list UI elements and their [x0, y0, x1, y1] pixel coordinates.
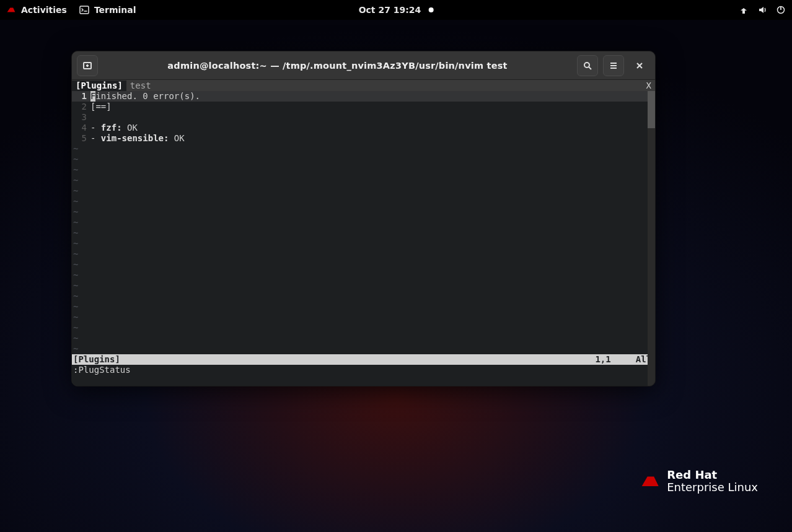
- app-name-label: Terminal: [94, 5, 136, 15]
- network-icon[interactable]: [739, 5, 749, 15]
- terminal-scrollbar-track[interactable]: [648, 91, 655, 386]
- empty-line: ~: [72, 291, 655, 302]
- gnome-top-bar: Activities Terminal Oct 27 19:24: [0, 0, 792, 20]
- buffer-line: 3: [72, 112, 655, 123]
- buffer-line: 4- fzf: OK: [72, 123, 655, 133]
- nvim-tabline: [Plugins] test X: [72, 80, 655, 91]
- redhat-icon: [6, 6, 16, 14]
- clock-area[interactable]: Oct 27 19:24: [359, 5, 434, 15]
- plugin-status: OK: [122, 123, 138, 133]
- terminal-window: admin@localhost:~ — /tmp/.mount_nvim3Az3…: [71, 51, 656, 386]
- plugin-name: vim-sensible:: [101, 133, 169, 143]
- empty-line: ~: [72, 175, 655, 186]
- activities-button[interactable]: Activities: [6, 5, 67, 15]
- line-content: Finished. 0 error(s).: [90, 91, 200, 102]
- window-titlebar[interactable]: admin@localhost:~ — /tmp/.mount_nvim3Az3…: [72, 51, 655, 80]
- statusline-file: [Plugins]: [73, 354, 120, 365]
- empty-line: ~: [72, 259, 655, 270]
- empty-line: ~: [72, 249, 655, 259]
- redhat-watermark: Red Hat Enterprise Linux: [641, 469, 758, 494]
- watermark-line2: Enterprise Linux: [667, 481, 758, 494]
- plugin-name: fzf:: [101, 123, 122, 133]
- empty-line: ~: [72, 207, 655, 217]
- line-content: - vim-sensible: OK: [90, 133, 185, 144]
- volume-icon[interactable]: [757, 5, 767, 15]
- line-number: 3: [72, 112, 90, 123]
- svg-rect-0: [80, 6, 89, 14]
- tab-test[interactable]: test: [126, 81, 155, 91]
- empty-line: ~: [72, 323, 655, 333]
- search-button[interactable]: [577, 55, 598, 76]
- notification-dot-icon: [428, 7, 433, 12]
- empty-line: ~: [72, 154, 655, 165]
- empty-line: ~: [72, 196, 655, 207]
- line-number: 5: [72, 133, 90, 144]
- nvim-buffer[interactable]: 1Finished. 0 error(s).2[==]34- fzf: OK5-…: [72, 91, 655, 354]
- empty-line: ~: [72, 144, 655, 154]
- line-content: [==]: [90, 102, 112, 112]
- empty-line: ~: [72, 238, 655, 249]
- svg-line-7: [589, 67, 591, 69]
- nvim-cmdline[interactable]: :PlugStatus: [72, 365, 655, 375]
- line-number: 2: [72, 102, 90, 112]
- empty-line: ~: [72, 165, 655, 175]
- empty-line: ~: [72, 228, 655, 238]
- line-content: - fzf: OK: [90, 123, 138, 133]
- text-cursor: F: [90, 91, 95, 102]
- clock-label: Oct 27 19:24: [359, 5, 421, 15]
- buffer-line: 2[==]: [72, 102, 655, 112]
- empty-line: ~: [72, 344, 655, 354]
- empty-line: ~: [72, 312, 655, 323]
- tab-close-x[interactable]: X: [643, 81, 655, 91]
- empty-line: ~: [72, 186, 655, 196]
- empty-line: ~: [72, 281, 655, 291]
- tab-plugins[interactable]: [Plugins]: [72, 81, 126, 91]
- power-icon[interactable]: [776, 5, 786, 15]
- buffer-line: 1Finished. 0 error(s).: [72, 91, 655, 102]
- nvim-statusline: [Plugins] 1,1 All: [72, 354, 655, 365]
- line-number: 4: [72, 123, 90, 133]
- watermark-line1: Red Hat: [667, 469, 758, 481]
- redhat-hat-icon: [641, 474, 659, 488]
- activities-label: Activities: [21, 5, 67, 15]
- empty-line: ~: [72, 333, 655, 344]
- terminal-icon: [79, 5, 89, 15]
- window-title: admin@localhost:~ — /tmp/.mount_nvim3Az3…: [103, 61, 572, 71]
- plugin-status: OK: [169, 133, 184, 143]
- svg-point-6: [584, 63, 589, 68]
- terminal-scrollbar-thumb[interactable]: [648, 91, 655, 128]
- hamburger-menu-button[interactable]: [603, 55, 624, 76]
- new-tab-button[interactable]: [77, 55, 98, 76]
- empty-line: ~: [72, 302, 655, 312]
- empty-line: ~: [72, 217, 655, 228]
- empty-line: ~: [72, 270, 655, 281]
- statusline-pos: 1,1: [595, 354, 610, 365]
- buffer-line: 5- vim-sensible: OK: [72, 133, 655, 144]
- terminal-viewport[interactable]: [Plugins] test X 1Finished. 0 error(s).2…: [72, 80, 655, 386]
- close-window-button[interactable]: [629, 55, 650, 76]
- line-number: 1: [72, 91, 90, 102]
- app-menu[interactable]: Terminal: [79, 5, 136, 15]
